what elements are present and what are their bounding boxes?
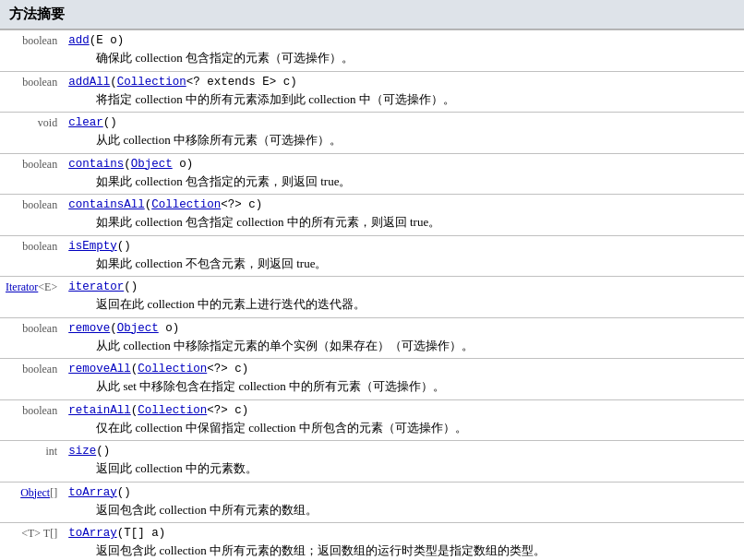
return-type-link[interactable]: Object [20,486,50,499]
method-signature: removeAll(Collection<?> c) [68,363,738,375]
return-type-cell: int [0,441,63,483]
return-type-cell: Iterator<E> [0,277,63,318]
method-cell: containsAll(Collection<?> c)如果此 collecti… [63,195,744,236]
method-link[interactable]: contains [68,158,124,171]
method-signature: add(E o) [68,34,738,47]
method-link[interactable]: Object [117,322,159,335]
method-link[interactable]: iterator [68,280,124,293]
method-description: 从此 collection 中移除指定元素的单个实例（如果存在）（可选操作）。 [68,337,738,355]
method-link[interactable]: isEmpty [68,240,117,253]
method-cell: add(E o)确保此 collection 包含指定的元素（可选操作）。 [63,30,744,72]
method-link[interactable]: Collection [151,198,221,211]
table-row: booleanisEmpty()如果此 collection 不包含元素，则返回… [0,235,744,277]
table-row: booleancontainsAll(Collection<?> c)如果此 c… [0,195,744,236]
method-cell: isEmpty()如果此 collection 不包含元素，则返回 true。 [63,235,744,277]
method-description: 如果此 collection 包含指定 collection 中的所有元素，则返… [68,213,738,232]
method-signature: contains(Object o) [68,158,738,171]
method-signature: remove(Object o) [68,322,738,335]
method-link[interactable]: containsAll [68,198,145,211]
method-link[interactable]: removeAll [68,363,131,375]
table-row: booleancontains(Object o)如果此 collection … [0,153,744,195]
method-cell: retainAll(Collection<?> c)仅在此 collection… [63,399,744,441]
method-description: 从此 collection 中移除所有元素（可选操作）。 [68,131,738,149]
method-description: 将指定 collection 中的所有元素添加到此 collection 中（可… [68,90,738,109]
method-description: 返回包含此 collection 中所有元素的数组；返回数组的运行时类型是指定数… [68,542,738,560]
method-link[interactable]: clear [68,116,103,129]
method-signature: toArray(T[] a) [68,527,738,540]
method-signature: iterator() [68,280,738,293]
table-row: booleanadd(E o)确保此 collection 包含指定的元素（可选… [0,30,744,72]
method-signature: clear() [68,116,738,129]
table-row: booleanretainAll(Collection<?> c)仅在此 col… [0,399,744,441]
method-cell: size()返回此 collection 中的元素数。 [63,441,744,483]
method-cell: remove(Object o)从此 collection 中移除指定元素的单个… [63,317,744,359]
method-link[interactable]: Collection [138,404,207,417]
return-type-cell: boolean [0,153,63,195]
table-row: booleanaddAll(Collection<? extends E> c)… [0,71,744,113]
table-row: Object[]toArray()返回包含此 collection 中所有元素的… [0,482,744,523]
method-description: 确保此 collection 包含指定的元素（可选操作）。 [68,49,738,67]
method-link[interactable]: remove [68,322,110,335]
method-signature: addAll(Collection<? extends E> c) [68,76,738,89]
method-description: 仅在此 collection 中保留指定 collection 中所包含的元素（… [68,419,738,437]
return-type-cell: boolean [0,71,63,113]
method-cell: contains(Object o)如果此 collection 包含指定的元素… [63,153,744,195]
method-description: 返回在此 collection 中的元素上进行迭代的迭代器。 [68,295,738,314]
method-cell: removeAll(Collection<?> c)从此 set 中移除包含在指… [63,359,744,400]
return-type-cell: boolean [0,235,63,277]
method-link[interactable]: Collection [138,363,207,375]
method-cell: addAll(Collection<? extends E> c)将指定 col… [63,71,744,113]
table-row: intsize()返回此 collection 中的元素数。 [0,441,744,483]
return-type-cell: boolean [0,30,63,72]
table-row: booleanremoveAll(Collection<?> c)从此 set … [0,359,744,400]
return-type-cell: void [0,113,63,154]
method-signature: toArray() [68,486,738,499]
return-type-cell: boolean [0,399,63,441]
table-row: Iterator<E>iterator()返回在此 collection 中的元… [0,277,744,318]
method-cell: clear()从此 collection 中移除所有元素（可选操作）。 [63,113,744,154]
table-row: <T> T[]toArray(T[] a)返回包含此 collection 中所… [0,523,744,561]
return-type-cell: Object[] [0,482,63,523]
page-title: 方法摘要 [0,0,744,30]
method-description: 返回包含此 collection 中所有元素的数组。 [68,501,738,519]
method-signature: containsAll(Collection<?> c) [68,198,738,211]
method-cell: toArray()返回包含此 collection 中所有元素的数组。 [63,482,744,523]
method-link[interactable]: size [68,445,96,458]
method-cell: toArray(T[] a)返回包含此 collection 中所有元素的数组；… [63,523,744,561]
return-type-link[interactable]: Iterator [6,280,38,293]
method-description: 如果此 collection 包含指定的元素，则返回 true。 [68,173,738,191]
method-description: 返回此 collection 中的元素数。 [68,459,738,478]
table-row: voidclear()从此 collection 中移除所有元素（可选操作）。 [0,113,744,154]
method-description: 从此 set 中移除包含在指定 collection 中的所有元素（可选操作）。 [68,377,738,396]
return-type-cell: <T> T[] [0,523,63,561]
method-link[interactable]: Collection [117,76,186,89]
method-link[interactable]: retainAll [68,404,131,417]
method-signature: retainAll(Collection<?> c) [68,404,738,417]
return-type-cell: boolean [0,317,63,359]
method-cell: iterator()返回在此 collection 中的元素上进行迭代的迭代器。 [63,277,744,318]
method-table: booleanadd(E o)确保此 collection 包含指定的元素（可选… [0,30,744,560]
table-row: booleanremove(Object o)从此 collection 中移除… [0,317,744,359]
method-link[interactable]: addAll [68,76,110,89]
method-link[interactable]: toArray [68,527,117,540]
method-link[interactable]: toArray [68,486,117,499]
method-description: 如果此 collection 不包含元素，则返回 true。 [68,255,738,273]
method-link[interactable]: add [68,34,90,47]
method-signature: isEmpty() [68,240,738,253]
method-signature: size() [68,445,738,458]
method-link[interactable]: Object [131,158,173,171]
return-type-cell: boolean [0,195,63,236]
return-type-cell: boolean [0,359,63,400]
